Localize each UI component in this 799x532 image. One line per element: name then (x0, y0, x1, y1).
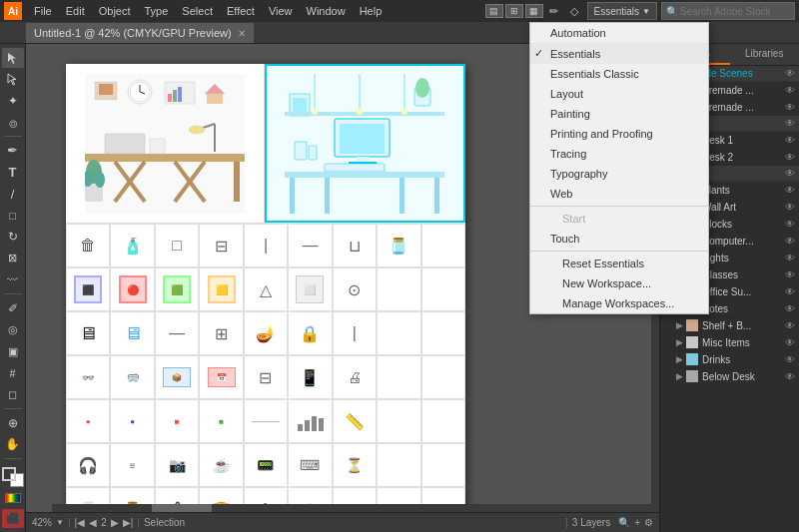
icon-cell-phone: 📱 (288, 355, 332, 399)
zoom-tool[interactable]: ⊕ (2, 413, 24, 433)
icon-cell-device: ⊞ (199, 311, 243, 355)
direct-select-tool[interactable] (2, 70, 24, 90)
document-tab[interactable]: Untitled-1 @ 42% (CMYK/GPU Preview) ✕ (26, 23, 254, 43)
icon-cell-marker: | (244, 224, 288, 267)
scale-tool[interactable]: ⊠ (2, 249, 24, 268)
tab-close-button[interactable]: ✕ (238, 28, 246, 39)
search-input[interactable] (680, 6, 790, 17)
icon-cell-clock-circle: ⊙ (333, 267, 377, 311)
dd-item-essentials-classic[interactable]: Essentials Classic (530, 64, 708, 84)
dd-item-touch[interactable]: Touch (530, 229, 708, 249)
menu-file[interactable]: File (28, 3, 58, 19)
mesh-tool[interactable]: # (2, 363, 24, 383)
color-boxes[interactable] (2, 467, 24, 487)
color-mode-box[interactable] (5, 493, 21, 503)
layer-thumb-shelf (686, 319, 698, 331)
icon-cell-art4: 🟨 (199, 267, 243, 311)
toolbar-divider-1 (4, 136, 22, 137)
layer-eye-desks-icon[interactable]: 👁 (785, 118, 795, 129)
rotate-tool[interactable]: ↻ (2, 228, 24, 248)
eyedropper-tool[interactable]: ✐ (2, 298, 24, 318)
image-crop-tool[interactable]: ⬛ (2, 509, 24, 529)
icon-cell-staple: ⊔ (333, 224, 377, 267)
icon-cell-dot-blue: ● (110, 399, 154, 443)
menu-object[interactable]: Object (93, 3, 137, 19)
diamond-icon[interactable]: ◇ (565, 4, 583, 18)
menu-type[interactable]: Type (139, 3, 175, 19)
arrange2-icon[interactable]: ⊞ (505, 4, 523, 18)
h-scroll-thumb[interactable] (152, 504, 212, 512)
zoom-dropdown-btn[interactable]: ▼ (56, 518, 64, 527)
layer-settings-btn[interactable]: ⚙ (644, 517, 653, 528)
horizontal-scrollbar[interactable] (52, 504, 659, 512)
svg-rect-8 (168, 94, 172, 102)
icon-cell-lamp: 🪔 (244, 311, 288, 355)
layer-item-belowdesk[interactable]: ▶ Below Desk 👁 (660, 368, 799, 385)
layer-options-btn[interactable]: 🔍 (618, 517, 630, 528)
menu-edit[interactable]: Edit (60, 3, 91, 19)
layer-item-drinks[interactable]: ▶ Drinks 👁 (660, 351, 799, 368)
nav-first-btn[interactable]: |◀ (75, 517, 86, 528)
arrange-icon[interactable]: ▤ (485, 4, 503, 18)
hand-tool[interactable]: ✋ (2, 435, 24, 455)
svg-rect-55 (312, 416, 317, 431)
dd-label-tracing: Tracing (550, 148, 586, 160)
dd-item-manage-workspaces[interactable]: Manage Workspaces... (530, 293, 708, 313)
dd-item-web[interactable]: Web (530, 184, 708, 204)
menu-select[interactable]: Select (176, 3, 219, 19)
lasso-tool[interactable]: ⌾ (2, 113, 24, 133)
dd-item-automation[interactable]: Automation (530, 23, 708, 43)
dd-item-painting[interactable]: Painting (530, 104, 708, 124)
dd-item-tracing[interactable]: Tracing (530, 144, 708, 164)
layer-item-shelf[interactable]: ▶ Shelf + B... 👁 (660, 317, 799, 334)
pen-tool-icon[interactable]: ✏ (545, 4, 563, 18)
type-tool[interactable]: T (2, 163, 24, 183)
layer-eye-objects-icon[interactable]: 👁 (785, 168, 795, 179)
nav-last-btn[interactable]: ▶| (123, 517, 134, 528)
status-sep2: | (137, 517, 140, 528)
icon-cell-headphone: 🎧 (66, 443, 110, 487)
menu-view[interactable]: View (263, 3, 299, 19)
line-tool[interactable]: / (2, 184, 24, 204)
layer-add-btn[interactable]: + (634, 517, 640, 528)
menu-effect[interactable]: Effect (221, 3, 261, 19)
menu-window[interactable]: Window (301, 3, 352, 19)
dd-item-essentials[interactable]: ✓ Essentials (530, 43, 708, 64)
pen-tool[interactable]: ✒ (2, 141, 24, 161)
warp-tool[interactable]: 〰 (2, 270, 24, 290)
icon-cell-empty7 (421, 355, 465, 399)
search-container: 🔍 (661, 2, 795, 20)
layer-eye-icon[interactable]: 👁 (785, 68, 795, 79)
arrange3-icon[interactable]: ▦ (525, 4, 543, 18)
magic-wand-tool[interactable]: ✦ (2, 91, 24, 111)
dd-label-typography: Typography (550, 168, 607, 180)
dd-item-typography[interactable]: Typography (530, 164, 708, 184)
desk-scene-right (285, 74, 444, 214)
layer-vis-icon2[interactable]: 👁 (785, 102, 795, 113)
icon-cell-monitor-blue: 🖥 (110, 311, 154, 355)
workspace-dropdown: Automation ✓ Essentials Essentials Class… (529, 22, 709, 314)
rect-tool[interactable]: □ (2, 206, 24, 226)
document-tab-label: Untitled-1 @ 42% (CMYK/GPU Preview) (34, 27, 232, 39)
selection-tool[interactable] (2, 48, 24, 68)
nav-prev-btn[interactable]: ◀ (89, 517, 97, 528)
stroke-box[interactable] (2, 467, 16, 481)
libraries-tab[interactable]: Libraries (730, 44, 800, 65)
dd-label-automation: Automation (550, 27, 606, 39)
blend-tool[interactable]: ◎ (2, 320, 24, 340)
icon-cell-long-bar: ──── (244, 399, 288, 443)
workspace-selector[interactable]: Essentials ▼ (587, 2, 658, 20)
status-sep3: | (565, 517, 568, 528)
nav-next-btn[interactable]: ▶ (111, 517, 119, 528)
artboard[interactable]: 🗑 🧴 □ ⊟ | — ⊔ 🫙 ⬛ 🔴 🟩 🟨 △ ⬜ ⊙ (66, 64, 465, 523)
layer-vis-icon[interactable]: 👁 (785, 85, 795, 96)
dd-item-new-workspace[interactable]: New Workspace... (530, 273, 708, 293)
dd-item-layout[interactable]: Layout (530, 84, 708, 104)
menu-help[interactable]: Help (354, 3, 389, 19)
dd-item-reset[interactable]: Reset Essentials (530, 254, 708, 273)
svg-rect-13 (85, 154, 245, 162)
eraser-tool[interactable]: ◻ (2, 384, 24, 404)
dd-item-printing[interactable]: Printing and Proofing (530, 124, 708, 144)
layer-item-misc[interactable]: ▶ Misc Items 👁 (660, 334, 799, 351)
gradient-tool[interactable]: ▣ (2, 341, 24, 361)
